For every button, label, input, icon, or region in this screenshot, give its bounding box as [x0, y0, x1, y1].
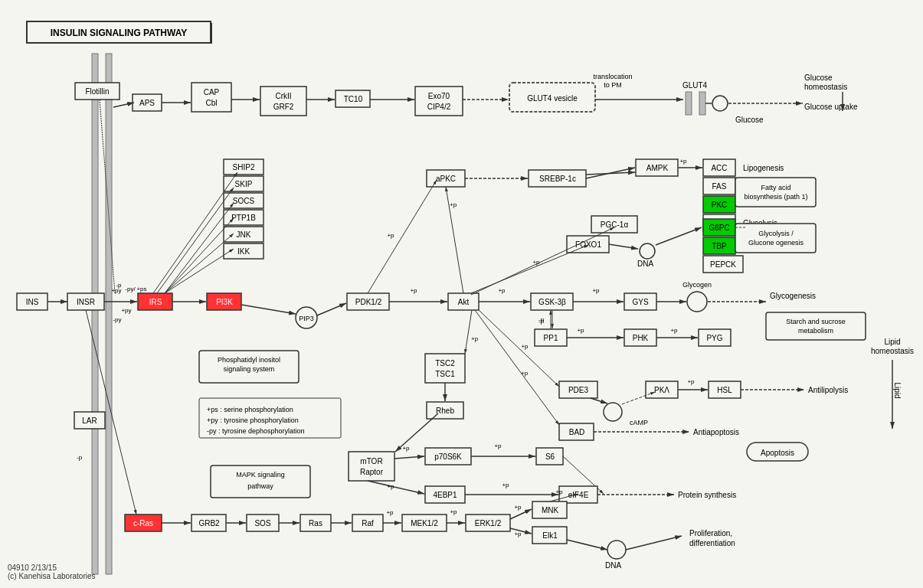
svg-text:SOS: SOS — [254, 519, 270, 528]
svg-point-182 — [604, 403, 622, 421]
svg-text:GRB2: GRB2 — [198, 519, 220, 528]
svg-text:HSL: HSL — [717, 386, 732, 394]
svg-text:+ps: +ps — [136, 286, 146, 292]
svg-line-277 — [165, 234, 234, 293]
svg-text:Raptor: Raptor — [360, 468, 384, 476]
svg-line-269 — [471, 227, 614, 295]
svg-line-194 — [479, 310, 559, 387]
svg-text:+py : tyrosine phosphorylation: +py : tyrosine phosphorylation — [207, 416, 299, 424]
svg-rect-157 — [349, 452, 394, 481]
svg-text:Glucose: Glucose — [735, 116, 764, 124]
svg-line-243 — [626, 536, 682, 550]
svg-text:Flotillin: Flotillin — [85, 87, 109, 96]
svg-text:to PM: to PM — [604, 81, 622, 89]
svg-line-274 — [157, 188, 234, 293]
svg-text:Fatty acid: Fatty acid — [761, 184, 790, 191]
svg-text:+p: +p — [386, 509, 394, 516]
svg-text:-p: -p — [116, 282, 122, 289]
svg-text:GRF2: GRF2 — [273, 103, 294, 111]
svg-text:Exo70: Exo70 — [428, 92, 450, 100]
svg-text:GLUT4: GLUT4 — [682, 81, 708, 90]
svg-text:translocation: translocation — [593, 73, 632, 80]
svg-text:Glycogenesis: Glycogenesis — [770, 292, 816, 300]
svg-text:Glucose uptake: Glucose uptake — [804, 103, 858, 111]
svg-point-238 — [607, 541, 626, 559]
svg-text:JNK: JNK — [237, 230, 251, 239]
svg-text:-py : tyrosine dephosphorylati: -py : tyrosine dephosphorylation — [207, 427, 305, 435]
svg-text:-p: -p — [77, 454, 83, 461]
svg-text:AMPK: AMPK — [646, 164, 669, 172]
svg-text:Ras: Ras — [309, 519, 322, 528]
svg-text:PEPCK: PEPCK — [710, 260, 736, 269]
svg-text:PP1: PP1 — [544, 334, 558, 342]
svg-text:+p: +p — [494, 443, 502, 449]
svg-line-271 — [368, 180, 437, 293]
svg-text:Apoptosis: Apoptosis — [761, 449, 794, 457]
svg-text:+p: +p — [450, 508, 457, 515]
svg-text:Phosphatidyl inositol: Phosphatidyl inositol — [218, 356, 280, 364]
pathway-container: INSULIN SIGNALING PATHWAY INSULIN SIGNAL… — [0, 0, 923, 588]
svg-text:Antiapoptosis: Antiapoptosis — [693, 428, 739, 436]
svg-text:PYG: PYG — [706, 334, 722, 342]
footer: 04910 2/13/15 (c) Kanehisa Laboratories — [8, 564, 96, 580]
svg-text:FAS: FAS — [712, 182, 727, 191]
svg-rect-77 — [735, 224, 816, 253]
svg-text:PTP1B: PTP1B — [231, 214, 256, 222]
svg-rect-13 — [260, 87, 306, 116]
svg-text:pathway: pathway — [247, 482, 273, 490]
svg-text:Lipogenesis: Lipogenesis — [743, 164, 784, 172]
svg-text:Glycolysis /: Glycolysis / — [758, 230, 794, 237]
svg-line-266 — [113, 103, 134, 107]
svg-text:Elk1: Elk1 — [542, 531, 558, 540]
svg-text:DNA: DNA — [605, 561, 621, 570]
svg-rect-149 — [425, 354, 465, 383]
svg-text:+p: +p — [521, 370, 529, 377]
svg-text:TC10: TC10 — [344, 95, 363, 103]
svg-text:PDK1/2: PDK1/2 — [355, 298, 382, 306]
svg-text:-py/: -py/ — [125, 286, 136, 292]
svg-rect-67 — [735, 178, 816, 207]
svg-text:c-Ras: c-Ras — [133, 519, 153, 528]
svg-text:PKC: PKC — [712, 201, 728, 209]
svg-text:PHK: PHK — [633, 334, 649, 342]
svg-text:Rheb: Rheb — [436, 407, 454, 415]
footer-line2: (c) Kanehisa Laboratories — [8, 572, 96, 580]
svg-text:Proliferation,: Proliferation, — [689, 529, 732, 537]
svg-text:Lipid: Lipid — [884, 338, 900, 346]
svg-text:TBP: TBP — [712, 242, 727, 250]
svg-point-26 — [712, 96, 728, 111]
svg-text:Cbl: Cbl — [205, 99, 217, 107]
svg-text:Raf: Raf — [362, 519, 374, 528]
svg-line-87 — [609, 244, 638, 249]
svg-rect-3 — [106, 54, 112, 574]
svg-text:TSC1: TSC1 — [435, 370, 455, 378]
svg-line-155 — [465, 310, 472, 354]
svg-text:differentiation: differentiation — [689, 539, 735, 547]
svg-text:IRS: IRS — [149, 298, 162, 306]
svg-text:metabolism: metabolism — [798, 327, 833, 335]
svg-text:TSC2: TSC2 — [435, 359, 455, 368]
svg-text:SKIP: SKIP — [235, 180, 253, 188]
svg-text:MNK: MNK — [542, 506, 559, 514]
svg-text:INSULIN SIGNALING PATHWAY: INSULIN SIGNALING PATHWAY — [51, 28, 187, 38]
svg-text:SREBP-1c: SREBP-1c — [539, 175, 576, 183]
svg-text:SOCS: SOCS — [233, 197, 255, 205]
svg-text:CIP4/2: CIP4/2 — [427, 103, 451, 111]
svg-line-88 — [656, 227, 702, 245]
svg-text:+p: +p — [387, 232, 394, 239]
svg-text:SHIP2: SHIP2 — [233, 163, 255, 172]
svg-text:+p: +p — [670, 327, 678, 334]
svg-line-172 — [368, 481, 424, 494]
svg-text:GYS: GYS — [632, 298, 648, 306]
svg-text:-p: -p — [538, 316, 545, 323]
svg-text:+p: +p — [514, 504, 522, 511]
svg-text:LAR: LAR — [82, 416, 97, 425]
svg-text:PI3K: PI3K — [216, 298, 233, 306]
svg-text:PDE3: PDE3 — [568, 386, 589, 394]
svg-text:+py: +py — [121, 307, 131, 314]
svg-rect-132 — [766, 312, 866, 340]
svg-text:INS: INS — [26, 298, 39, 306]
svg-text:4EBP1: 4EBP1 — [433, 491, 457, 499]
svg-rect-2 — [92, 54, 98, 574]
svg-text:-py: -py — [113, 316, 121, 323]
